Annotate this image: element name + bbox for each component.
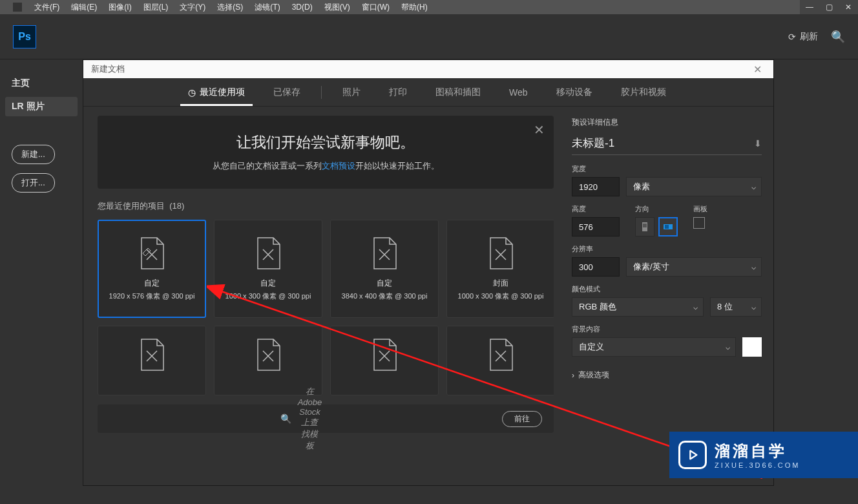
open-button[interactable]: 打开...	[12, 173, 55, 193]
orientation-label: 方向	[635, 204, 678, 214]
tab-divider	[321, 86, 322, 99]
tab-web[interactable]: Web	[495, 79, 542, 105]
doc-presets-link[interactable]: 文档预设	[322, 161, 355, 171]
menu-view[interactable]: 视图(V)	[319, 2, 356, 13]
advanced-options-toggle[interactable]: › 高级选项	[572, 364, 762, 386]
tab-print[interactable]: 打印	[375, 79, 421, 106]
ps-logo: Ps	[13, 25, 36, 48]
details-heading: 预设详细信息	[572, 117, 762, 128]
background-label: 背景内容	[572, 324, 762, 334]
new-document-dialog: 新建文档 ✕ ◷ 最近使用项 已保存 照片 打印 图稿和插图 Web 移动设备 …	[83, 59, 774, 486]
category-tabs: ◷ 最近使用项 已保存 照片 打印 图稿和插图 Web 移动设备 胶片和视频	[83, 78, 773, 107]
menu-edit[interactable]: 编辑(E)	[65, 2, 103, 13]
document-icon	[487, 236, 515, 271]
menubar: 文件(F) 编辑(E) 图像(I) 图层(L) 文字(Y) 选择(S) 滤镜(T…	[0, 0, 858, 14]
play-icon	[678, 441, 707, 469]
tab-mobile[interactable]: 移动设备	[542, 79, 607, 106]
document-name-input[interactable]: 未标题-1	[572, 136, 754, 151]
presets-column: ✕ 让我们开始尝试新事物吧。 从您自己的文档设置或一系列文档预设开始以快速开始工…	[83, 107, 565, 485]
stock-go-button[interactable]: 前往	[502, 411, 542, 427]
document-icon	[254, 338, 282, 373]
dialog-titlebar: 新建文档 ✕	[83, 60, 773, 78]
stock-search-bar: 🔍 在 Adobe Stock 上查找模板 前往	[98, 404, 554, 433]
preset-card-0[interactable]: 自定 1920 x 576 像素 @ 300 ppi	[98, 220, 206, 318]
svg-rect-0	[13, 3, 22, 12]
preset-card-7[interactable]	[446, 326, 554, 395]
maximize-button[interactable]: ▢	[819, 0, 839, 14]
preset-card-4[interactable]	[98, 326, 206, 395]
save-preset-icon[interactable]: ⬇	[754, 138, 762, 149]
minimize-button[interactable]: —	[800, 0, 819, 14]
watermark-banner: 溜溜自学 ZIXUE.3D66.COM	[669, 432, 858, 478]
menu-layer[interactable]: 图层(L)	[138, 2, 174, 13]
width-label: 宽度	[572, 164, 762, 174]
resolution-label: 分辨率	[572, 244, 762, 254]
banner-heading: 让我们开始尝试新事物吧。	[110, 132, 541, 152]
tab-saved[interactable]: 已保存	[259, 79, 315, 106]
recent-items-heading: 您最近使用的项目 (18)	[98, 200, 554, 212]
sidebar-home[interactable]: 主页	[12, 72, 71, 94]
document-icon	[138, 338, 166, 373]
menu-window[interactable]: 窗口(W)	[356, 2, 395, 13]
preset-grid: 自定 1920 x 576 像素 @ 300 ppi 自定 1000 x 300…	[98, 220, 554, 395]
preset-card-3[interactable]: 封面 1000 x 300 像素 @ 300 ppi	[446, 220, 554, 318]
svg-rect-4	[665, 225, 669, 229]
tab-recent[interactable]: ◷ 最近使用项	[174, 79, 259, 106]
banner-close-icon[interactable]: ✕	[534, 122, 545, 138]
tab-photo[interactable]: 照片	[328, 79, 375, 106]
sidebar-lr-photos[interactable]: LR 照片	[5, 97, 78, 116]
orientation-portrait[interactable]	[635, 217, 654, 236]
artboard-checkbox[interactable]	[693, 217, 705, 229]
bit-depth-select[interactable]: 8 位	[710, 297, 762, 317]
dialog-close-icon[interactable]: ✕	[749, 63, 766, 76]
color-mode-select[interactable]: RGB 颜色	[572, 297, 704, 317]
preset-card-2[interactable]: 自定 3840 x 400 像素 @ 300 ppi	[330, 220, 439, 318]
artboard-label: 画板	[693, 204, 707, 214]
resolution-unit-select[interactable]: 像素/英寸	[626, 257, 762, 277]
document-icon	[370, 236, 399, 271]
preset-card-6[interactable]	[330, 326, 439, 395]
tab-art[interactable]: 图稿和插图	[421, 79, 495, 106]
new-button[interactable]: 新建...	[12, 145, 55, 164]
document-icon	[487, 338, 515, 373]
search-icon[interactable]: 🔍	[831, 30, 845, 44]
menu-type[interactable]: 文字(Y)	[174, 2, 211, 13]
window-controls: — ▢ ✕	[800, 0, 858, 14]
search-icon: 🔍	[280, 414, 291, 424]
background-color-swatch[interactable]	[742, 337, 762, 357]
refresh-icon: ⟳	[788, 32, 796, 42]
background-select[interactable]: 自定义	[572, 337, 736, 357]
watermark-url: ZIXUE.3D66.COM	[715, 461, 800, 469]
app-icon	[13, 3, 22, 12]
document-icon	[138, 236, 166, 271]
chevron-right-icon: ›	[572, 371, 574, 380]
welcome-banner: ✕ 让我们开始尝试新事物吧。 从您自己的文档设置或一系列文档预设开始以快速开始工…	[98, 116, 554, 189]
height-label: 高度	[572, 204, 620, 214]
menu-help[interactable]: 帮助(H)	[395, 2, 434, 13]
height-input[interactable]: 576	[572, 217, 620, 236]
menu-select[interactable]: 选择(S)	[211, 2, 249, 13]
menu-3d[interactable]: 3D(D)	[286, 3, 319, 12]
preset-details-panel: 预设详细信息 未标题-1 ⬇ 宽度 1920 像素 高度 576 方向	[565, 107, 773, 485]
refresh-button[interactable]: ⟳ 刷新	[788, 31, 818, 43]
close-button[interactable]: ✕	[839, 0, 858, 14]
tab-film[interactable]: 胶片和视频	[607, 79, 680, 106]
color-mode-label: 颜色模式	[572, 284, 762, 294]
preset-card-1[interactable]: 自定 1000 x 300 像素 @ 300 ppi	[214, 220, 322, 318]
resolution-input[interactable]: 300	[572, 257, 620, 277]
dialog-title: 新建文档	[91, 63, 125, 75]
width-input[interactable]: 1920	[572, 177, 620, 196]
clock-icon: ◷	[188, 87, 196, 98]
menu-image[interactable]: 图像(I)	[103, 2, 137, 13]
preset-card-5[interactable]	[214, 326, 322, 395]
watermark-title: 溜溜自学	[715, 441, 800, 461]
unit-select[interactable]: 像素	[626, 177, 762, 196]
refresh-label: 刷新	[800, 31, 818, 43]
stock-placeholder[interactable]: 在 Adobe Stock 上查找模板	[298, 386, 322, 452]
document-icon	[370, 338, 399, 373]
menu-filter[interactable]: 滤镜(T)	[249, 2, 286, 13]
menu-file[interactable]: 文件(F)	[28, 2, 65, 13]
document-icon	[254, 236, 282, 271]
orientation-landscape[interactable]	[658, 217, 678, 236]
banner-text: 从您自己的文档设置或一系列文档预设开始以快速开始工作。	[110, 160, 541, 172]
